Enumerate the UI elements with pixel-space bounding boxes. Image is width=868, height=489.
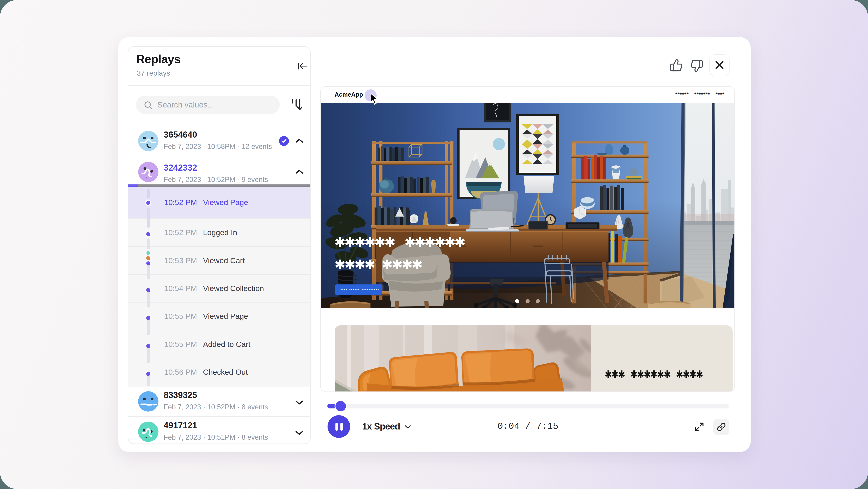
svg-text:**** ****** **********: **** ****** **********	[340, 289, 379, 292]
